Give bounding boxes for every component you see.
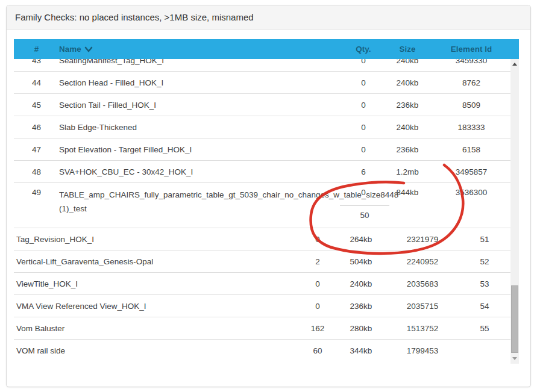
trailing-row-number: 52 [459,257,510,266]
size-value: 344kb [336,346,386,355]
row-number: 47 [14,145,59,154]
panel-title: Family Checks: no placed instances, >1MB… [15,12,254,22]
qty-value: 0 [300,235,336,244]
size-value: 240kb [336,279,386,288]
family-name: VMA View Referenced View_HOK_I [14,302,300,311]
size-value: 236kb [336,302,386,311]
element-id-value: 2240952 [386,257,459,266]
size-value: 236kb [383,145,432,154]
column-header-name-label: Name [59,45,81,54]
table-row[interactable]: 46 Slab Edge-Thickened 0 240kb 183333 [14,116,510,138]
trailing-row-number: 53 [459,279,510,288]
panel-header: Family Checks: no placed instances, >1MB… [7,5,530,30]
table-row-misaligned[interactable]: VMA View Referenced View_HOK_I 0 236kb 2… [14,295,510,317]
size-value: 280kb [336,324,386,333]
table-row[interactable]: 47 Spot Elevation - Target Filled_HOK_I … [14,138,510,161]
family-name: Spot Elevation - Target Filled_HOK_I [59,145,344,154]
family-name: ViewTitle_HOK_I [14,279,300,288]
element-id-value: 1799453 [386,346,459,355]
qty-value: 2 [300,257,336,266]
element-id-value: 2035683 [386,279,459,288]
table-row-misaligned[interactable]: Tag_Revision_HOK_I 0 264kb 2321979 51 [14,228,510,250]
qty-value: 162 [300,324,336,333]
qty-value: 0 [344,145,383,154]
qty-value: 0 [344,101,383,110]
table-row-misaligned[interactable]: Vom Baluster 162 280kb 1513752 55 [14,317,510,340]
size-value: 240kb [383,59,432,65]
size-value: 240kb [383,123,432,132]
rows-normal-section: 43 SeatingManifest_Tag_HOK_I 0 240kb 345… [14,59,510,183]
qty-value: 0 [300,279,336,288]
family-checks-panel: Family Checks: no placed instances, >1MB… [6,5,531,387]
element-id-value: 6158 [432,145,510,154]
trailing-row-number: 55 [459,324,510,333]
column-header-qty[interactable]: Qty. [344,45,383,54]
qty-value: 0 [300,302,336,311]
table-row[interactable]: 45 Section Tail - Filled_HOK_I 0 236kb 8… [14,94,510,116]
family-name: Vom Baluster [14,324,300,333]
family-name: Vertical-Lift_Garaventa_Genesis-Opal [14,257,300,266]
element-id-value: 2321979 [386,235,459,244]
table-row[interactable]: 48 SVA+HOK_CBU_EC - 30x42_HOK_I 6 1.2mb … [14,161,510,183]
size-value: 236kb [383,101,432,110]
qty-value: 0 [344,188,383,197]
size-value: 1.2mb [383,167,432,176]
qty-value: 0 [344,78,383,87]
family-name: Section Tail - Filled_HOK_I [59,101,344,110]
table-header-row: # Name Qty. Size Element Id [14,39,519,59]
table-row[interactable]: 43 SeatingManifest_Tag_HOK_I 0 240kb 345… [14,59,510,72]
row-number: 44 [14,78,59,87]
table-row-misaligned[interactable]: ViewTitle_HOK_I 0 240kb 2035683 53 [14,273,510,295]
page: Family Checks: no placed instances, >1MB… [0,0,537,392]
row-number: 43 [14,59,59,65]
size-value: 844kb [383,188,432,197]
rows-misaligned-section: Tag_Revision_HOK_I 0 264kb 2321979 51 Ve… [14,228,510,362]
element-id-value: 8509 [432,101,510,110]
chevron-down-icon [84,45,93,54]
scrollbar-thumb[interactable] [511,285,518,353]
scroll-down-button[interactable] [510,353,519,364]
trailing-row-number: 51 [459,235,510,244]
element-id-value: 1513752 [386,324,459,333]
column-header-size[interactable]: Size [383,45,432,54]
table-row[interactable]: 44 Section Head - Filled_HOK_I 0 240kb 8… [14,72,510,94]
row-number: 46 [14,123,59,132]
row-number: 48 [14,167,59,176]
qty-value: 6 [344,167,383,176]
qty-value: 0 [344,59,383,65]
element-id-value: 3495857 [432,167,510,176]
table-row-misaligned[interactable]: VOM rail side 60 344kb 1799453 [14,340,510,362]
family-table: # Name Qty. Size Element Id [14,39,519,364]
element-id-value: 2035715 [386,302,459,311]
element-id-value: 8762 [432,78,510,87]
family-name: SVA+HOK_CBU_EC - 30x42_HOK_I [59,167,344,176]
element-id-value: 3536300 [432,188,510,197]
family-name: Tag_Revision_HOK_I [14,235,300,244]
triangle-up-icon [512,63,517,66]
row-number: 45 [14,101,59,110]
family-name: Section Head - Filled_HOK_I [59,78,344,87]
misrendered-row-number-cell: 50 [340,205,389,220]
element-id-value: 3459330 [432,59,510,65]
element-id-value: 183333 [432,123,510,132]
trailing-row-number: 54 [459,302,510,311]
column-header-num[interactable]: # [14,45,59,54]
column-header-name[interactable]: Name [59,44,344,54]
family-name: VOM rail side [14,346,300,355]
scroll-up-button[interactable] [510,59,519,69]
vertical-scrollbar[interactable] [510,59,519,364]
table-row-misaligned[interactable]: Vertical-Lift_Garaventa_Genesis-Opal 2 5… [14,250,510,273]
qty-value: 60 [300,346,336,355]
size-value: 504kb [336,257,386,266]
qty-value: 0 [344,123,383,132]
table-body-scroll-area: 43 SeatingManifest_Tag_HOK_I 0 240kb 345… [14,59,519,364]
family-name: SeatingManifest_Tag_HOK_I [59,59,344,65]
column-header-element-id[interactable]: Element Id [432,45,510,54]
table-row-49[interactable]: 49 TABLE_amp_CHAIRS_fully_parametric_tab… [14,183,510,228]
family-name: Slab Edge-Thickened [59,123,344,132]
size-value: 264kb [336,235,386,244]
triangle-down-icon [512,357,517,360]
size-value: 240kb [383,78,432,87]
panel-body: # Name Qty. Size Element Id [7,30,530,364]
row-number: 49 [14,188,59,197]
